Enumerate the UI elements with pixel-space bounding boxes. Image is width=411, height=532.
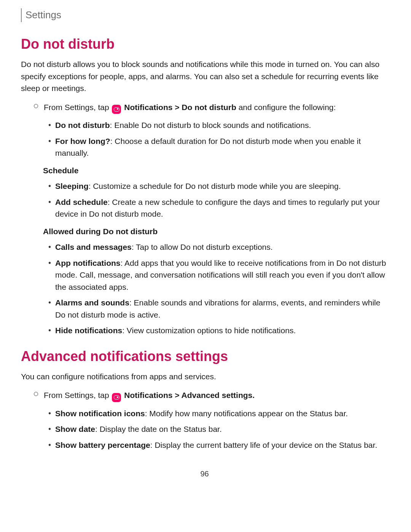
list-item: Show date: Display the date on the Statu… bbox=[21, 423, 388, 435]
step-prefix: From Settings, tap bbox=[44, 103, 111, 112]
breadcrumb-bar bbox=[21, 8, 22, 22]
list-item: Do not disturb: Enable Do not disturb to… bbox=[21, 119, 388, 131]
list-item: Hide notifications: View customization o… bbox=[21, 324, 388, 337]
list-item: Show battery percentage: Display the cur… bbox=[21, 439, 388, 451]
list-item: Add schedule: Create a new schedule to c… bbox=[21, 196, 388, 220]
list-item: App notifications: Add apps that you wou… bbox=[21, 257, 388, 293]
allowed-list: Calls and messages: Tap to allow Do not … bbox=[21, 241, 388, 337]
breadcrumb-label: Settings bbox=[25, 8, 61, 22]
intro-advanced: You can configure notifications from app… bbox=[21, 371, 388, 383]
step-prefix: From Settings, tap bbox=[44, 391, 111, 399]
intro-dnd: Do not disturb allows you to block sound… bbox=[21, 58, 388, 94]
ring-bullet-icon bbox=[34, 104, 38, 108]
step-path: Notifications > Do not disturb bbox=[124, 103, 236, 112]
breadcrumb: Settings bbox=[21, 8, 388, 22]
subheading-schedule: Schedule bbox=[21, 165, 388, 177]
list-item: Show notification icons: Modify how many… bbox=[21, 407, 388, 420]
subheading-allowed: Allowed during Do not disturb bbox=[21, 225, 388, 238]
notifications-icon bbox=[112, 105, 121, 114]
advanced-list: Show notification icons: Modify how many… bbox=[21, 407, 388, 451]
list-item: Alarms and sounds: Enable sounds and vib… bbox=[21, 297, 388, 321]
list-item: Calls and messages: Tap to allow Do not … bbox=[21, 241, 388, 253]
step-dnd: From Settings, tap Notifications > Do no… bbox=[21, 101, 388, 114]
step-advanced: From Settings, tap Notifications > Advan… bbox=[21, 389, 388, 402]
step-path: Notifications > Advanced settings. bbox=[124, 391, 255, 399]
heading-advanced-notifications: Advanced notifications settings bbox=[21, 346, 388, 367]
list-item: Sleeping: Customize a schedule for Do no… bbox=[21, 180, 388, 192]
list-item: For how long?: Choose a default duration… bbox=[21, 135, 388, 159]
heading-do-not-disturb: Do not disturb bbox=[21, 34, 388, 54]
schedule-list: Sleeping: Customize a schedule for Do no… bbox=[21, 180, 388, 220]
page-number: 96 bbox=[21, 468, 388, 479]
dnd-top-list: Do not disturb: Enable Do not disturb to… bbox=[21, 119, 388, 159]
notifications-icon bbox=[112, 393, 121, 402]
step-suffix: and configure the following: bbox=[236, 103, 336, 112]
ring-bullet-icon bbox=[34, 392, 38, 396]
document-page: Settings Do not disturb Do not disturb a… bbox=[0, 0, 411, 491]
